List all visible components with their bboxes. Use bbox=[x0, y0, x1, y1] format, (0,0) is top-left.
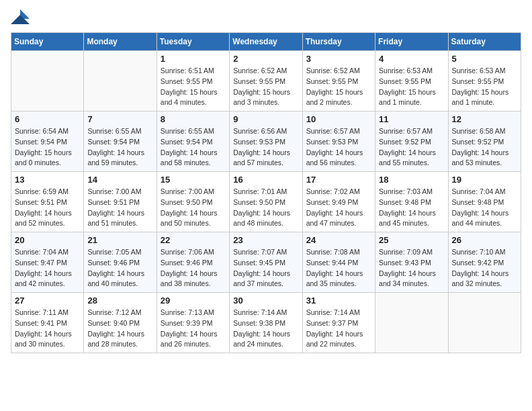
day-detail: Sunrise: 7:14 AMSunset: 9:38 PMDaylight:… bbox=[233, 308, 298, 350]
calendar-cell: 16Sunrise: 7:01 AMSunset: 9:50 PMDayligh… bbox=[230, 172, 302, 232]
day-detail: Sunrise: 7:07 AMSunset: 9:45 PMDaylight:… bbox=[233, 247, 298, 289]
day-number: 21 bbox=[87, 235, 152, 245]
calendar-cell: 5Sunrise: 6:53 AMSunset: 9:55 PMDaylight… bbox=[448, 51, 521, 111]
day-detail: Sunrise: 7:11 AMSunset: 9:41 PMDaylight:… bbox=[15, 308, 80, 350]
day-detail: Sunrise: 7:09 AMSunset: 9:43 PMDaylight:… bbox=[379, 247, 444, 289]
calendar-table: SundayMondayTuesdayWednesdayThursdayFrid… bbox=[11, 32, 521, 353]
day-number: 3 bbox=[306, 54, 371, 64]
day-number: 28 bbox=[87, 295, 152, 306]
calendar-cell: 4Sunrise: 6:53 AMSunset: 9:55 PMDaylight… bbox=[375, 51, 448, 111]
calendar-header-friday: Friday bbox=[375, 33, 448, 51]
calendar-header-sunday: Sunday bbox=[11, 33, 84, 51]
day-detail: Sunrise: 6:56 AMSunset: 9:53 PMDaylight:… bbox=[233, 126, 298, 169]
day-detail: Sunrise: 7:04 AMSunset: 9:48 PMDaylight:… bbox=[452, 187, 517, 229]
day-detail: Sunrise: 6:53 AMSunset: 9:55 PMDaylight:… bbox=[452, 66, 517, 108]
day-number: 4 bbox=[379, 54, 444, 64]
calendar-cell: 11Sunrise: 6:57 AMSunset: 9:52 PMDayligh… bbox=[375, 111, 448, 172]
calendar-cell: 8Sunrise: 6:55 AMSunset: 9:54 PMDaylight… bbox=[157, 111, 229, 172]
calendar-cell: 10Sunrise: 6:57 AMSunset: 9:53 PMDayligh… bbox=[302, 111, 375, 172]
calendar-cell: 25Sunrise: 7:09 AMSunset: 9:43 PMDayligh… bbox=[375, 232, 448, 293]
day-detail: Sunrise: 7:02 AMSunset: 9:49 PMDaylight:… bbox=[306, 187, 371, 229]
day-detail: Sunrise: 7:00 AMSunset: 9:50 PMDaylight:… bbox=[161, 187, 226, 229]
calendar-cell: 20Sunrise: 7:04 AMSunset: 9:47 PMDayligh… bbox=[11, 232, 84, 293]
calendar-cell: 28Sunrise: 7:12 AMSunset: 9:40 PMDayligh… bbox=[84, 293, 157, 353]
day-detail: Sunrise: 7:14 AMSunset: 9:37 PMDaylight:… bbox=[306, 308, 371, 350]
calendar-cell bbox=[84, 51, 157, 111]
calendar-header-row: SundayMondayTuesdayWednesdayThursdayFrid… bbox=[11, 33, 521, 51]
calendar-cell: 1Sunrise: 6:51 AMSunset: 9:55 PMDaylight… bbox=[157, 51, 229, 111]
day-number: 27 bbox=[15, 295, 80, 306]
calendar-cell: 18Sunrise: 7:03 AMSunset: 9:48 PMDayligh… bbox=[375, 172, 448, 232]
day-detail: Sunrise: 6:52 AMSunset: 9:55 PMDaylight:… bbox=[306, 66, 371, 108]
calendar-cell: 21Sunrise: 7:05 AMSunset: 9:46 PMDayligh… bbox=[84, 232, 157, 293]
calendar-header-thursday: Thursday bbox=[302, 33, 375, 51]
calendar-cell: 17Sunrise: 7:02 AMSunset: 9:49 PMDayligh… bbox=[302, 172, 375, 232]
day-detail: Sunrise: 6:58 AMSunset: 9:52 PMDaylight:… bbox=[452, 126, 517, 169]
day-number: 24 bbox=[306, 235, 371, 245]
day-detail: Sunrise: 6:51 AMSunset: 9:55 PMDaylight:… bbox=[161, 66, 226, 108]
logo bbox=[11, 11, 32, 26]
day-detail: Sunrise: 7:00 AMSunset: 9:51 PMDaylight:… bbox=[87, 187, 152, 229]
calendar-cell: 13Sunrise: 6:59 AMSunset: 9:51 PMDayligh… bbox=[11, 172, 84, 232]
day-number: 11 bbox=[379, 114, 444, 124]
day-number: 17 bbox=[306, 175, 371, 185]
day-number: 29 bbox=[161, 295, 226, 306]
calendar-cell: 3Sunrise: 6:52 AMSunset: 9:55 PMDaylight… bbox=[302, 51, 375, 111]
day-number: 8 bbox=[161, 114, 226, 124]
calendar-cell: 7Sunrise: 6:55 AMSunset: 9:54 PMDaylight… bbox=[84, 111, 157, 172]
calendar-week-row: 1Sunrise: 6:51 AMSunset: 9:55 PMDaylight… bbox=[11, 51, 521, 111]
calendar-header-monday: Monday bbox=[84, 33, 157, 51]
calendar-header-wednesday: Wednesday bbox=[230, 33, 302, 51]
day-number: 2 bbox=[233, 54, 298, 64]
day-number: 1 bbox=[161, 54, 226, 64]
calendar-cell: 12Sunrise: 6:58 AMSunset: 9:52 PMDayligh… bbox=[448, 111, 521, 172]
day-number: 23 bbox=[233, 235, 298, 245]
day-detail: Sunrise: 6:57 AMSunset: 9:52 PMDaylight:… bbox=[379, 126, 444, 169]
calendar-cell: 26Sunrise: 7:10 AMSunset: 9:42 PMDayligh… bbox=[448, 232, 521, 293]
day-detail: Sunrise: 7:01 AMSunset: 9:50 PMDaylight:… bbox=[233, 187, 298, 229]
day-detail: Sunrise: 7:05 AMSunset: 9:46 PMDaylight:… bbox=[87, 247, 152, 289]
day-detail: Sunrise: 7:08 AMSunset: 9:44 PMDaylight:… bbox=[306, 247, 371, 289]
day-number: 20 bbox=[15, 235, 80, 245]
generalblue-logo-icon bbox=[11, 9, 30, 24]
day-detail: Sunrise: 6:55 AMSunset: 9:54 PMDaylight:… bbox=[161, 126, 226, 169]
day-number: 7 bbox=[87, 114, 152, 124]
calendar-cell: 2Sunrise: 6:52 AMSunset: 9:55 PMDaylight… bbox=[230, 51, 302, 111]
calendar-cell: 6Sunrise: 6:54 AMSunset: 9:54 PMDaylight… bbox=[11, 111, 84, 172]
day-number: 9 bbox=[233, 114, 298, 124]
day-number: 12 bbox=[452, 114, 517, 124]
page-header bbox=[11, 11, 521, 26]
day-number: 22 bbox=[161, 235, 226, 245]
day-number: 26 bbox=[452, 235, 517, 245]
calendar-cell bbox=[448, 293, 521, 353]
day-number: 30 bbox=[233, 295, 298, 306]
calendar-cell: 27Sunrise: 7:11 AMSunset: 9:41 PMDayligh… bbox=[11, 293, 84, 353]
day-number: 13 bbox=[15, 175, 80, 185]
day-detail: Sunrise: 6:55 AMSunset: 9:54 PMDaylight:… bbox=[87, 126, 152, 169]
calendar-cell bbox=[11, 51, 84, 111]
calendar-header-tuesday: Tuesday bbox=[157, 33, 229, 51]
day-detail: Sunrise: 6:54 AMSunset: 9:54 PMDaylight:… bbox=[15, 126, 80, 169]
calendar-week-row: 13Sunrise: 6:59 AMSunset: 9:51 PMDayligh… bbox=[11, 172, 521, 232]
calendar-cell bbox=[375, 293, 448, 353]
day-detail: Sunrise: 7:04 AMSunset: 9:47 PMDaylight:… bbox=[15, 247, 80, 289]
day-number: 16 bbox=[233, 175, 298, 185]
calendar-cell: 19Sunrise: 7:04 AMSunset: 9:48 PMDayligh… bbox=[448, 172, 521, 232]
calendar-cell: 9Sunrise: 6:56 AMSunset: 9:53 PMDaylight… bbox=[230, 111, 302, 172]
day-detail: Sunrise: 7:13 AMSunset: 9:39 PMDaylight:… bbox=[161, 308, 226, 350]
day-number: 31 bbox=[306, 295, 371, 306]
day-detail: Sunrise: 7:06 AMSunset: 9:46 PMDaylight:… bbox=[161, 247, 226, 289]
day-number: 15 bbox=[161, 175, 226, 185]
calendar-cell: 29Sunrise: 7:13 AMSunset: 9:39 PMDayligh… bbox=[157, 293, 229, 353]
day-detail: Sunrise: 7:10 AMSunset: 9:42 PMDaylight:… bbox=[452, 247, 517, 289]
calendar-cell: 22Sunrise: 7:06 AMSunset: 9:46 PMDayligh… bbox=[157, 232, 229, 293]
day-detail: Sunrise: 7:03 AMSunset: 9:48 PMDaylight:… bbox=[379, 187, 444, 229]
day-number: 18 bbox=[379, 175, 444, 185]
calendar-week-row: 20Sunrise: 7:04 AMSunset: 9:47 PMDayligh… bbox=[11, 232, 521, 293]
calendar-cell: 23Sunrise: 7:07 AMSunset: 9:45 PMDayligh… bbox=[230, 232, 302, 293]
calendar-cell: 14Sunrise: 7:00 AMSunset: 9:51 PMDayligh… bbox=[84, 172, 157, 232]
day-detail: Sunrise: 6:53 AMSunset: 9:55 PMDaylight:… bbox=[379, 66, 444, 108]
day-detail: Sunrise: 6:57 AMSunset: 9:53 PMDaylight:… bbox=[306, 126, 371, 169]
calendar-cell: 30Sunrise: 7:14 AMSunset: 9:38 PMDayligh… bbox=[230, 293, 302, 353]
calendar-cell: 31Sunrise: 7:14 AMSunset: 9:37 PMDayligh… bbox=[302, 293, 375, 353]
